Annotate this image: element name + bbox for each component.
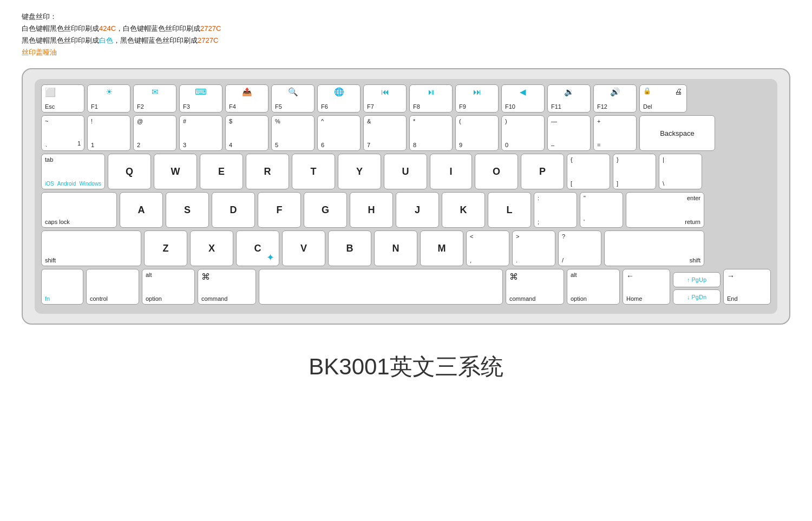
key-9[interactable]: ( 9 [455, 115, 499, 151]
key-lbracket[interactable]: { [ [567, 154, 610, 189]
key-pgup[interactable]: ↑ PgUp [673, 272, 721, 287]
key-f4[interactable]: 📤 F4 [225, 84, 269, 113]
key-command-right[interactable]: ⌘ command [506, 269, 564, 305]
key-alt-left[interactable]: alt option [142, 269, 195, 305]
key-l[interactable]: L [488, 192, 531, 228]
key-f10[interactable]: ◀ F10 [501, 84, 545, 113]
key-z[interactable]: Z [144, 230, 187, 266]
key-2[interactable]: @ 2 [133, 115, 176, 151]
key-y[interactable]: Y [338, 154, 381, 189]
key-f6[interactable]: 🌐 F6 [317, 84, 361, 113]
key-d[interactable]: D [212, 192, 255, 228]
key-1[interactable]: ! 1 [87, 115, 130, 151]
zxcv-row: shift Z X C ✦ V B N M < , > . [41, 230, 771, 266]
key-shift-right[interactable]: shift [604, 230, 704, 266]
info-line4: 丝印盖哑油 [22, 47, 790, 58]
key-f11[interactable]: 🔉 F11 [547, 84, 591, 113]
key-s[interactable]: S [166, 192, 209, 228]
key-comma[interactable]: < , [466, 230, 509, 266]
fn-row: ⬜ Esc ☀ F1 ✉ F2 [41, 84, 771, 113]
key-3[interactable]: # 3 [179, 115, 222, 151]
key-esc[interactable]: ⬜ Esc [41, 84, 84, 113]
key-u[interactable]: U [384, 154, 427, 189]
key-e[interactable]: E [200, 154, 243, 189]
info-block: 键盘丝印： 白色键帽黑色丝印印刷成424C，白色键帽蓝色丝印印刷成2727C 黑… [22, 11, 790, 58]
key-f1[interactable]: ☀ F1 [87, 84, 130, 113]
key-o[interactable]: O [475, 154, 518, 189]
key-h[interactable]: H [350, 192, 393, 228]
key-home[interactable]: ← Home [623, 269, 670, 305]
key-tilde[interactable]: ~ 、1 [41, 115, 84, 151]
keyboard-wrap: ⬜ Esc ☀ F1 ✉ F2 [22, 68, 790, 325]
key-p[interactable]: P [521, 154, 564, 189]
key-6[interactable]: ^ 6 [317, 115, 361, 151]
key-7[interactable]: & 7 [363, 115, 407, 151]
qwerty-row: tab iOS Android Windows Q W E R T Y U I … [41, 154, 771, 189]
key-capslock[interactable]: caps lock [41, 192, 117, 228]
key-r[interactable]: R [246, 154, 289, 189]
key-backspace[interactable]: Backspace [639, 115, 715, 151]
bottom-title: BK3001英文三系统 [22, 352, 790, 382]
asdf-row: caps lock A S D F G H J K L : ; " ' [41, 192, 771, 228]
key-space[interactable] [259, 269, 503, 305]
key-f12[interactable]: 🔊 F12 [593, 84, 637, 113]
key-command-left[interactable]: ⌘ command [198, 269, 256, 305]
key-j[interactable]: J [396, 192, 439, 228]
keyboard-inner: ⬜ Esc ☀ F1 ✉ F2 [35, 79, 777, 314]
key-f[interactable]: F [258, 192, 301, 228]
key-control[interactable]: control [86, 269, 139, 305]
key-f7[interactable]: ⏮ F7 [363, 84, 407, 113]
key-f2[interactable]: ✉ F2 [133, 84, 176, 113]
key-del[interactable]: 🖨 🔒 Del [639, 84, 687, 113]
key-m[interactable]: M [420, 230, 463, 266]
key-semicolon[interactable]: : ; [534, 192, 577, 228]
key-fn[interactable]: fn [41, 269, 83, 305]
key-t[interactable]: T [292, 154, 335, 189]
key-equals[interactable]: + = [593, 115, 637, 151]
key-f8[interactable]: ⏯ F8 [409, 84, 453, 113]
key-backslash[interactable]: | \ [659, 154, 702, 189]
key-end[interactable]: → End [723, 269, 771, 305]
key-a[interactable]: A [120, 192, 163, 228]
info-line3: 黑色键帽黑色丝印印刷成白色，黑色键帽蓝色丝印印刷成2727C [22, 35, 790, 47]
key-f3[interactable]: ⌨ F3 [179, 84, 222, 113]
key-alt-right[interactable]: alt option [567, 269, 620, 305]
key-slash[interactable]: ? / [558, 230, 601, 266]
pgupdn-col: ↑ PgUp ↓ PgDn [673, 272, 721, 305]
key-v[interactable]: V [282, 230, 325, 266]
key-tab[interactable]: tab iOS Android Windows [41, 154, 105, 189]
key-w[interactable]: W [154, 154, 197, 189]
key-enter[interactable]: enter return [626, 192, 704, 228]
key-i[interactable]: I [430, 154, 472, 189]
info-line1: 键盘丝印： [22, 11, 790, 23]
key-rbracket[interactable]: } ] [613, 154, 656, 189]
number-row: ~ 、1 ! 1 @ 2 # 3 [41, 115, 771, 151]
key-pgdn[interactable]: ↓ PgDn [673, 289, 721, 305]
key-5[interactable]: % 5 [271, 115, 315, 151]
nav-cluster: ← Home ↑ PgUp ↓ PgDn → [623, 269, 771, 305]
key-c[interactable]: C ✦ [236, 230, 279, 266]
key-0[interactable]: ) 0 [501, 115, 545, 151]
bottom-row: fn control alt option ⌘ [41, 269, 771, 305]
key-f9[interactable]: ⏭ F9 [455, 84, 499, 113]
key-4[interactable]: $ 4 [225, 115, 269, 151]
key-n[interactable]: N [374, 230, 417, 266]
key-k[interactable]: K [442, 192, 485, 228]
key-q[interactable]: Q [108, 154, 151, 189]
key-g[interactable]: G [304, 192, 347, 228]
key-f5[interactable]: 🔍 F5 [271, 84, 315, 113]
key-8[interactable]: * 8 [409, 115, 453, 151]
key-shift-left[interactable]: shift [41, 230, 141, 266]
key-period[interactable]: > . [512, 230, 555, 266]
key-minus[interactable]: — – [547, 115, 591, 151]
key-b[interactable]: B [328, 230, 371, 266]
key-x[interactable]: X [190, 230, 233, 266]
info-line2: 白色键帽黑色丝印印刷成424C，白色键帽蓝色丝印印刷成2727C [22, 23, 790, 35]
key-quote[interactable]: " ' [580, 192, 623, 228]
